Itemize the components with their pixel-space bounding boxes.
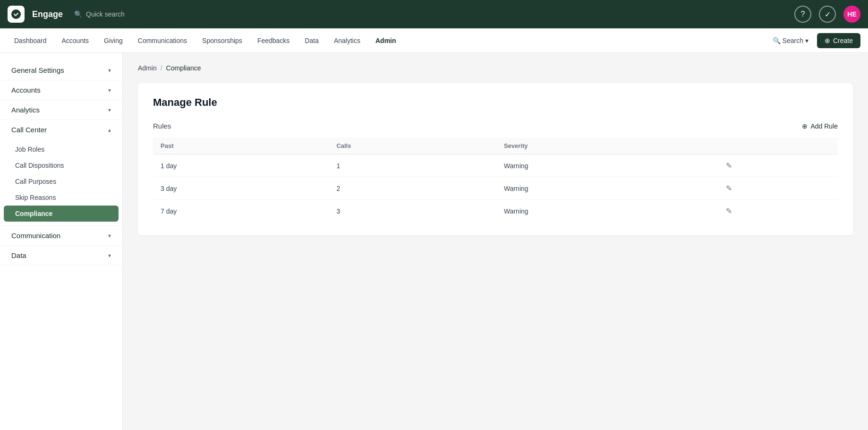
manage-rule-panel: Manage Rule Rules ⊕ Add Rule Past Calls … [138,83,853,235]
create-label: Create [833,37,853,44]
sidebar-item-call-dispositions[interactable]: Call Dispositions [0,157,122,173]
col-actions [718,138,838,155]
rules-table: Past Calls Severity 1 day 1 Warning ✎ [153,138,838,222]
chevron-down-icon: ▾ [108,87,111,94]
nav-sponsorships[interactable]: Sponsorships [196,34,249,47]
sidebar-section-general-settings: General Settings ▾ [0,60,122,80]
table-row: 7 day 3 Warning ✎ [153,200,838,223]
cell-edit: ✎ [718,200,838,223]
create-button[interactable]: ⊕ Create [817,33,860,48]
sidebar-item-skip-reasons[interactable]: Skip Reasons [0,189,122,206]
breadcrumb-current: Compliance [166,64,201,72]
sidebar-item-job-roles[interactable]: Job Roles [0,141,122,157]
cell-calls: 1 [329,155,496,177]
cell-past: 3 day [153,177,329,200]
sidebar-item-communication[interactable]: Communication ▾ [0,226,122,245]
nav-data[interactable]: Data [298,34,325,47]
topbar: Engage 🔍 Quick search ? ✓ HE [0,0,868,28]
cell-severity: Warning [496,155,718,177]
chevron-down-icon: ▾ [108,252,111,259]
cell-past: 7 day [153,200,329,223]
cell-severity: Warning [496,200,718,223]
content-wrapper: General Settings ▾ Accounts ▾ Analytics … [0,53,868,430]
chevron-down-icon: ▾ [805,37,808,44]
help-button[interactable]: ? [794,6,811,23]
sidebar-label-call-center: Call Center [11,126,47,134]
sidebar-label-communication: Communication [11,232,60,240]
main-content: Admin / Compliance Manage Rule Rules ⊕ A… [123,53,868,430]
nav-admin[interactable]: Admin [369,34,403,47]
cell-calls: 2 [329,177,496,200]
col-calls: Calls [329,138,496,155]
plus-icon: ⊕ [825,37,830,44]
cell-past: 1 day [153,155,329,177]
sidebar-label-general-settings: General Settings [11,66,64,74]
sidebar-children-call-center: Job Roles Call Dispositions Call Purpose… [0,139,122,225]
rules-header: Rules ⊕ Add Rule [153,122,838,130]
task-button[interactable]: ✓ [819,6,836,23]
sidebar-section-analytics: Analytics ▾ [0,100,122,120]
topbar-actions: ? ✓ HE [794,6,860,23]
chevron-down-icon: ▾ [108,232,111,239]
cell-calls: 3 [329,200,496,223]
search-icon: 🔍 [74,10,82,18]
navbar-search[interactable]: 🔍 Search ▾ [768,34,813,47]
sidebar-item-analytics[interactable]: Analytics ▾ [0,100,122,120]
table-row: 3 day 2 Warning ✎ [153,177,838,200]
cell-edit: ✎ [718,177,838,200]
search-label: Search [783,37,803,44]
sidebar-item-data[interactable]: Data ▾ [0,246,122,265]
navbar: Dashboard Accounts Giving Communications… [0,28,868,53]
sidebar-item-call-purposes[interactable]: Call Purposes [0,173,122,189]
nav-feedbacks[interactable]: Feedbacks [251,34,296,47]
breadcrumb: Admin / Compliance [138,64,853,72]
sidebar-label-analytics: Analytics [11,106,40,114]
sidebar-item-general-settings[interactable]: General Settings ▾ [0,60,122,80]
avatar[interactable]: HE [843,6,860,23]
chevron-down-icon: ▾ [108,107,111,113]
nav-accounts[interactable]: Accounts [55,34,96,47]
quick-search[interactable]: 🔍 Quick search [74,10,787,18]
sidebar-label-accounts: Accounts [11,86,41,94]
navbar-right: 🔍 Search ▾ ⊕ Create [768,33,860,48]
sidebar-section-call-center: Call Center ▴ Job Roles Call Disposition… [0,120,122,226]
chevron-down-icon: ▾ [108,67,111,74]
nav-communications[interactable]: Communications [131,34,194,47]
page-title: Manage Rule [153,96,838,109]
nav-dashboard[interactable]: Dashboard [8,34,53,47]
edit-button[interactable]: ✎ [726,206,732,215]
sidebar-section-communication: Communication ▾ [0,226,122,246]
app-title: Engage [32,9,63,19]
breadcrumb-separator: / [161,64,162,72]
rules-label: Rules [153,122,171,130]
col-severity: Severity [496,138,718,155]
nav-analytics[interactable]: Analytics [327,34,367,47]
sidebar-section-data: Data ▾ [0,246,122,266]
search-placeholder: Quick search [86,10,125,18]
add-rule-label: Add Rule [810,122,838,130]
sidebar-label-data: Data [11,251,26,259]
chevron-up-icon: ▴ [108,127,111,133]
add-rule-button[interactable]: ⊕ Add Rule [802,122,838,130]
search-icon: 🔍 [773,37,781,44]
cell-edit: ✎ [718,155,838,177]
sidebar-section-accounts: Accounts ▾ [0,80,122,100]
sidebar-item-accounts[interactable]: Accounts ▾ [0,80,122,100]
edit-button[interactable]: ✎ [726,184,732,193]
col-past: Past [153,138,329,155]
table-row: 1 day 1 Warning ✎ [153,155,838,177]
breadcrumb-parent[interactable]: Admin [138,64,157,72]
sidebar-item-call-center[interactable]: Call Center ▴ [0,120,122,139]
cell-severity: Warning [496,177,718,200]
sidebar: General Settings ▾ Accounts ▾ Analytics … [0,53,123,430]
edit-button[interactable]: ✎ [726,161,732,170]
sidebar-item-compliance[interactable]: Compliance [4,206,119,222]
plus-circle-icon: ⊕ [802,122,808,130]
nav-giving[interactable]: Giving [97,34,129,47]
app-logo [8,6,25,23]
